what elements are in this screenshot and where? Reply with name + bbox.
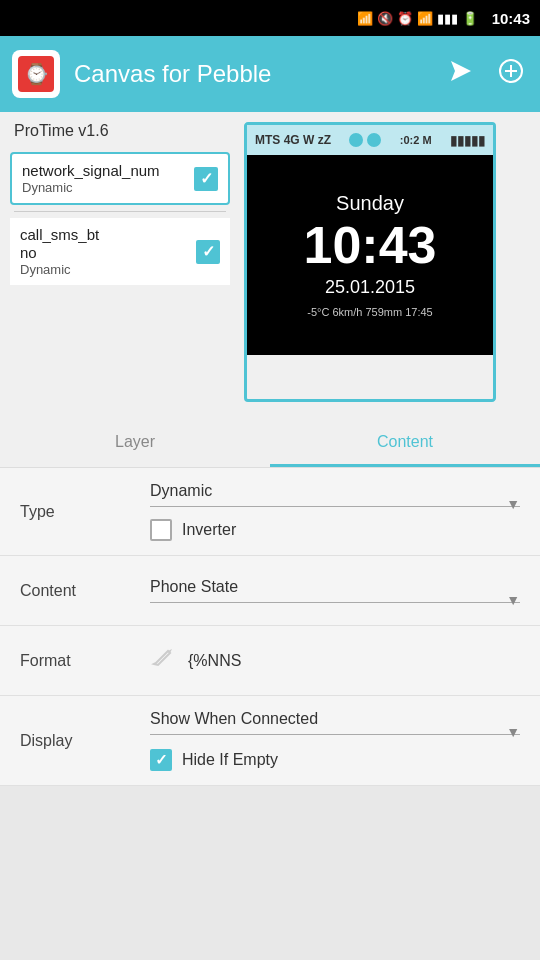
display-dropdown-line[interactable]	[150, 734, 520, 735]
format-value-container: {%NNS	[150, 645, 520, 677]
pebble-dot-2	[367, 133, 381, 147]
type-row: Type Dynamic Inverter	[0, 468, 540, 556]
version-label: ProTime v1.6	[10, 122, 230, 140]
pebble-screen: Sunday 10:43 25.01.2015 -5°C 6km/h 759mm…	[247, 155, 493, 355]
status-time: 10:43	[492, 10, 530, 27]
tab-content[interactable]: Content	[270, 420, 540, 467]
pebble-slider-dots	[349, 133, 381, 147]
pebble-bars: ▮▮▮▮▮	[450, 133, 485, 148]
pebble-date: 25.01.2015	[325, 277, 415, 298]
network-checkbox[interactable]	[194, 167, 218, 191]
tab-layer[interactable]: Layer	[0, 420, 270, 467]
status-icons: 📶 🔇 ⏰ 📶 ▮▮▮ 🔋	[357, 11, 478, 26]
format-row: Format {%NNS	[0, 626, 540, 696]
pebble-preview: MTS 4G W zZ :0:2 M ▮▮▮▮▮ Sunday 10:43 25…	[244, 122, 496, 402]
pebble-status-bar: MTS 4G W zZ :0:2 M ▮▮▮▮▮	[247, 125, 493, 155]
bluetooth-icon: 📶	[357, 11, 373, 26]
top-bar: Canvas for Pebble	[0, 36, 540, 112]
display-value-container: Show When Connected Hide If Empty	[150, 710, 520, 771]
pencil-icon[interactable]	[150, 645, 176, 677]
layer-item-name-network: network_signal_num	[22, 162, 186, 180]
pebble-time: 10:43	[304, 217, 437, 274]
content-label: Content	[20, 582, 150, 600]
inverter-checkbox[interactable]	[150, 519, 172, 541]
content-value-container: Phone State	[150, 578, 520, 603]
add-button[interactable]	[494, 54, 528, 94]
format-value-row: {%NNS	[150, 645, 520, 677]
format-value: {%NNS	[188, 652, 241, 670]
display-value: Show When Connected	[150, 710, 520, 728]
mute-icon: 🔇	[377, 11, 393, 26]
display-label: Display	[20, 732, 150, 750]
type-label: Type	[20, 503, 150, 521]
tab-layer-label: Layer	[115, 433, 155, 451]
pebble-day: Sunday	[336, 192, 404, 215]
inverter-label: Inverter	[182, 521, 236, 539]
layer-item-text-network: network_signal_num Dynamic	[22, 162, 186, 195]
settings-panel: Type Dynamic Inverter Content Phone Stat…	[0, 468, 540, 786]
app-icon-inner	[18, 56, 54, 92]
content-value: Phone State	[150, 578, 520, 596]
content-row: Content Phone State	[0, 556, 540, 626]
hide-if-empty-label: Hide If Empty	[182, 751, 278, 769]
type-value-container: Dynamic Inverter	[150, 482, 520, 541]
format-label: Format	[20, 652, 150, 670]
layer-item-text-callsms: call_sms_btno Dynamic	[20, 226, 188, 277]
layer-item-type-callsms: Dynamic	[20, 262, 188, 277]
battery-icon: 🔋	[462, 11, 478, 26]
callsms-checkbox[interactable]	[196, 240, 220, 264]
status-bar: 📶 🔇 ⏰ 📶 ▮▮▮ 🔋 10:43	[0, 0, 540, 36]
app-title: Canvas for Pebble	[74, 60, 430, 88]
separator	[14, 211, 226, 212]
main-content: ProTime v1.6 network_signal_num Dynamic …	[0, 112, 540, 420]
tab-bar: Layer Content	[0, 420, 540, 468]
display-row: Display Show When Connected Hide If Empt…	[0, 696, 540, 786]
pebble-footer: -5°C 6km/h 759mm 17:45	[307, 306, 432, 318]
inverter-row: Inverter	[150, 519, 520, 541]
send-button[interactable]	[444, 54, 478, 94]
right-panel: MTS 4G W zZ :0:2 M ▮▮▮▮▮ Sunday 10:43 25…	[240, 112, 540, 420]
layer-item-name-callsms: call_sms_btno	[20, 226, 188, 262]
left-panel: ProTime v1.6 network_signal_num Dynamic …	[0, 112, 240, 420]
signal-icon: ▮▮▮	[437, 11, 458, 26]
layer-item-type-network: Dynamic	[22, 180, 186, 195]
pebble-status-text: MTS 4G W zZ	[255, 133, 331, 147]
hide-if-empty-checkbox[interactable]	[150, 749, 172, 771]
wifi-icon: 📶	[417, 11, 433, 26]
top-bar-actions	[444, 54, 528, 94]
svg-marker-0	[451, 61, 471, 81]
hide-if-empty-row: Hide If Empty	[150, 749, 520, 771]
type-value: Dynamic	[150, 482, 520, 500]
alarm-icon: ⏰	[397, 11, 413, 26]
layer-item-callsms[interactable]: call_sms_btno Dynamic	[10, 218, 230, 285]
layer-item-network[interactable]: network_signal_num Dynamic	[10, 152, 230, 205]
type-dropdown-line[interactable]	[150, 506, 520, 507]
pebble-dot-1	[349, 133, 363, 147]
app-icon	[12, 50, 60, 98]
pebble-battery-text: :0:2 M	[400, 134, 432, 146]
content-dropdown-line[interactable]	[150, 602, 520, 603]
tab-content-label: Content	[377, 433, 433, 451]
